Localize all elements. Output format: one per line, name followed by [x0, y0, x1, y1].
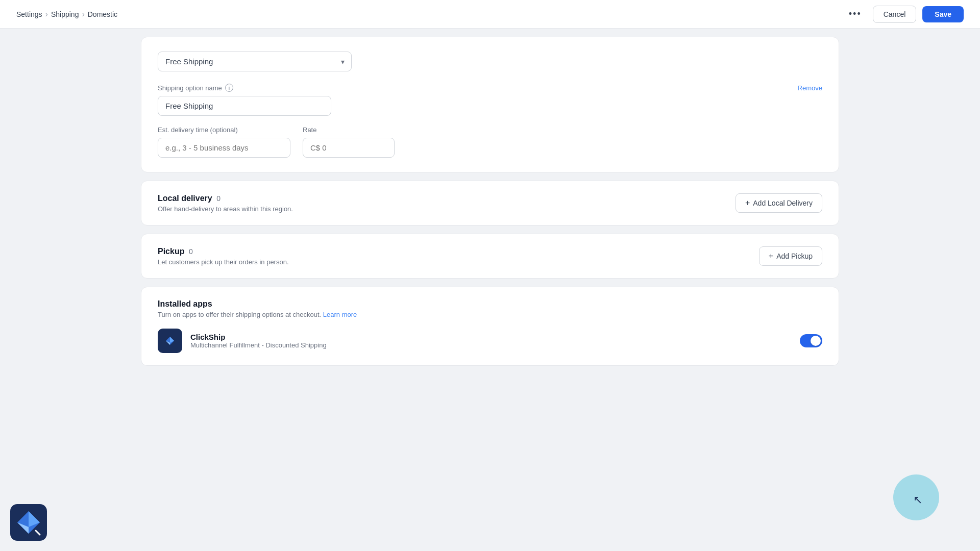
delivery-time-input[interactable]: [158, 138, 290, 158]
option-name-label: Shipping option name i: [158, 84, 233, 92]
clickship-app-info: ClickShip Multichannel Fulfillment - Dis…: [158, 329, 327, 353]
brand-logo: [10, 504, 47, 541]
pickup-count: 0: [189, 247, 193, 256]
cursor-circle: ↖: [893, 474, 939, 520]
breadcrumb: Settings › Shipping › Domestic: [16, 10, 117, 19]
cancel-button[interactable]: Cancel: [873, 6, 917, 23]
add-pickup-label: Add Pickup: [776, 252, 813, 260]
top-bar: Settings › Shipping › Domestic ••• Cance…: [0, 0, 980, 29]
installed-apps-description: Turn on apps to offer their shipping opt…: [158, 311, 822, 318]
option-name-label-row: Shipping option name i Remove: [158, 84, 822, 92]
learn-more-link[interactable]: Learn more: [323, 311, 357, 318]
add-pickup-button[interactable]: + Add Pickup: [759, 246, 822, 266]
breadcrumb-sep-1: ›: [45, 10, 48, 19]
clickship-toggle[interactable]: [800, 334, 822, 347]
local-delivery-count: 0: [216, 194, 220, 203]
local-delivery-description: Offer hand-delivery to areas within this…: [158, 205, 293, 213]
shipping-type-select[interactable]: Free Shipping Flat Rate Custom Rate: [158, 52, 352, 71]
top-bar-actions: ••• Cancel Save: [844, 6, 964, 23]
pickup-card: Pickup 0 Let customers pick up their ord…: [141, 234, 839, 279]
toggle-slider: [800, 334, 822, 347]
breadcrumb-domestic: Domestic: [88, 10, 117, 18]
cursor-arrow-icon: ↖: [913, 493, 922, 507]
main-content: Free Shipping Flat Rate Custom Rate ▾ Sh…: [133, 0, 847, 394]
add-local-delivery-label: Add Local Delivery: [753, 199, 813, 207]
installed-apps-card: Installed apps Turn on apps to offer the…: [141, 287, 839, 366]
rate-group: Rate: [303, 126, 395, 158]
save-button[interactable]: Save: [922, 6, 964, 22]
pickup-title: Pickup 0: [158, 247, 289, 256]
more-button[interactable]: •••: [844, 6, 867, 22]
rate-label: Rate: [303, 126, 395, 134]
clickship-app-icon: [158, 329, 182, 353]
installed-apps-title: Installed apps: [158, 299, 822, 309]
shipping-rate-card: Free Shipping Flat Rate Custom Rate ▾ Sh…: [141, 37, 839, 172]
delivery-time-label: Est. delivery time (optional): [158, 126, 290, 134]
clickship-app-name: ClickShip: [190, 333, 327, 341]
local-delivery-info: Local delivery 0 Offer hand-delivery to …: [158, 194, 293, 213]
delivery-time-group: Est. delivery time (optional): [158, 126, 290, 158]
add-local-delivery-button[interactable]: + Add Local Delivery: [736, 193, 822, 213]
clickship-app-text: ClickShip Multichannel Fulfillment - Dis…: [190, 333, 327, 349]
local-delivery-card: Local delivery 0 Offer hand-delivery to …: [141, 181, 839, 226]
option-name-input[interactable]: [158, 96, 331, 116]
shipping-type-select-wrapper: Free Shipping Flat Rate Custom Rate ▾: [158, 52, 352, 71]
pickup-description: Let customers pick up their orders in pe…: [158, 258, 289, 266]
info-icon: i: [225, 84, 233, 92]
plus-icon: +: [745, 198, 750, 208]
clickship-app-row: ClickShip Multichannel Fulfillment - Dis…: [158, 329, 822, 353]
clickship-app-desc: Multichannel Fulfillment - Discounted Sh…: [190, 341, 327, 349]
plus-icon-pickup: +: [769, 252, 773, 261]
svg-rect-1: [10, 504, 47, 541]
shipping-dropdown-row: Free Shipping Flat Rate Custom Rate ▾: [158, 52, 822, 71]
breadcrumb-settings[interactable]: Settings: [16, 10, 42, 18]
local-delivery-title: Local delivery 0: [158, 194, 293, 203]
remove-button[interactable]: Remove: [798, 84, 822, 92]
rate-input[interactable]: [303, 138, 395, 158]
delivery-rate-fields: Est. delivery time (optional) Rate: [158, 126, 822, 158]
pickup-info: Pickup 0 Let customers pick up their ord…: [158, 247, 289, 266]
breadcrumb-sep-2: ›: [82, 10, 84, 19]
breadcrumb-shipping[interactable]: Shipping: [51, 10, 79, 18]
